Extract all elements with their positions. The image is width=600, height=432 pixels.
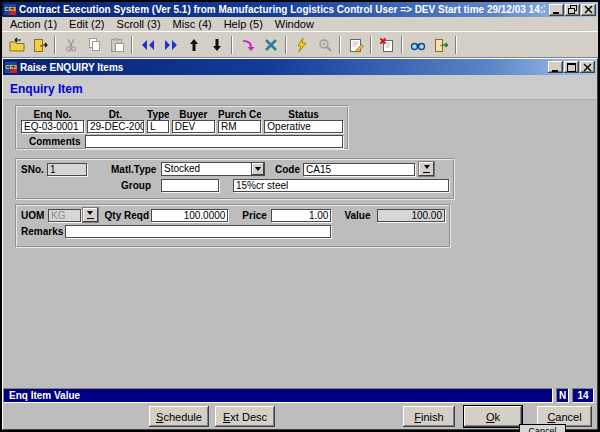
ok-button[interactable]: Ok <box>464 406 522 427</box>
finish-button[interactable]: Finish <box>403 406 455 427</box>
value-label: Value <box>344 210 377 221</box>
toolbar-button-zoom[interactable] <box>313 34 336 56</box>
next-icon <box>163 37 179 53</box>
price-field[interactable]: 1.00 <box>271 209 331 222</box>
child-maximize-button[interactable] <box>564 61 579 73</box>
close-icon <box>583 63 592 72</box>
menu-item-misc[interactable]: Misc (4) <box>169 18 220 30</box>
toolbar-separator <box>131 36 133 54</box>
mdi-client-area: CE3 Raise ENQUIRY Items Enquiry Item <box>2 58 598 430</box>
close-icon <box>584 5 593 14</box>
previous-icon <box>140 37 156 53</box>
chevron-down-icon <box>87 211 93 218</box>
finish-button-label: Finish <box>414 411 443 423</box>
toolbar-separator <box>370 36 372 54</box>
schedule-button-label: Schedule <box>156 411 202 423</box>
child-minimize-button[interactable] <box>548 61 563 73</box>
matl-type-value[interactable]: Stocked <box>161 162 251 176</box>
form-area: Enquiry Item Enq No. Dt. Type Buyer Purc… <box>3 75 597 429</box>
menu-item-scroll[interactable]: Scroll (3) <box>113 18 169 30</box>
toolbar-button-execute[interactable] <box>290 34 313 56</box>
menu-item-window[interactable]: Window <box>271 18 322 30</box>
value-field[interactable]: 100.00 <box>377 209 445 222</box>
code-field[interactable]: CA15 <box>303 163 415 176</box>
purch-cell-label: Purch Cell <box>218 109 261 120</box>
enq-no-field[interactable]: EQ-03-0001 <box>21 120 84 133</box>
toolbar-separator <box>455 36 457 54</box>
toolbar-button-edit-note[interactable] <box>344 34 367 56</box>
maximize-icon <box>567 63 576 72</box>
child-title-bar[interactable]: CE3 Raise ENQUIRY Items <box>3 59 597 75</box>
button-row: Schedule Ext Desc Finish Ok Cancel <box>3 403 597 429</box>
toolbar-button-view[interactable] <box>406 34 429 56</box>
toolbar-button-next[interactable] <box>159 34 182 56</box>
code-label: Code <box>275 164 303 175</box>
header-fields: EQ-03-0001 29-DEC-2003 L DEV RM Operativ… <box>21 120 343 133</box>
title-bar[interactable]: CE3 Contract Execution System (Ver 5.1) … <box>2 2 598 17</box>
toolbar-button-exit-door[interactable] <box>28 34 51 56</box>
minimize-button[interactable] <box>549 4 564 16</box>
ok-button-label: Ok <box>486 411 500 423</box>
menu-item-help[interactable]: Help (5) <box>220 18 271 30</box>
sno-field[interactable]: 1 <box>47 163 87 176</box>
schedule-button[interactable]: Schedule <box>149 406 209 427</box>
toolbar-button-up[interactable] <box>182 34 205 56</box>
comments-field[interactable] <box>85 135 343 148</box>
matl-type-label: Matl.Type <box>111 164 161 175</box>
status-message: Enq Item Value <box>3 388 553 403</box>
menu-item-action[interactable]: Action (1) <box>6 18 65 30</box>
toolbar-button-paste[interactable] <box>105 34 128 56</box>
down-arrow-icon <box>209 37 225 53</box>
status-field[interactable]: Operative <box>264 120 343 133</box>
toolbar-button-clear[interactable] <box>259 34 282 56</box>
toolbar-button-cut[interactable] <box>59 34 82 56</box>
section-strip: Enquiry Item <box>3 75 597 100</box>
sno-label: SNo. <box>21 164 47 175</box>
menu-item-edit[interactable]: Edit (2) <box>65 18 112 30</box>
price-label: Price <box>242 210 271 221</box>
comments-label: Comments <box>29 136 81 147</box>
toolbar-separator <box>339 36 341 54</box>
toolbar-button-delete-doc[interactable] <box>375 34 398 56</box>
restore-button[interactable] <box>565 4 580 16</box>
paste-icon <box>109 37 125 53</box>
matl-type-drop-button[interactable] <box>251 162 265 176</box>
clear-x-icon <box>263 37 279 53</box>
matl-type-combobox[interactable]: Stocked <box>161 162 265 176</box>
uom-field[interactable]: KG <box>48 209 81 222</box>
buyer-field[interactable]: DEV <box>172 120 215 133</box>
code-lookup-button[interactable] <box>419 162 434 176</box>
ext-desc-button[interactable]: Ext Desc <box>215 406 275 427</box>
minimize-icon <box>551 63 560 72</box>
qty-reqd-field[interactable]: 100.0000 <box>151 209 228 222</box>
page-title: Enquiry Item <box>10 82 83 96</box>
drop-bar <box>423 172 430 173</box>
chevron-down-icon <box>424 165 430 172</box>
remarks-field[interactable] <box>65 225 331 238</box>
toolbar-button-copy[interactable] <box>82 34 105 56</box>
toolbar-separator <box>54 36 56 54</box>
purch-cell-field[interactable]: RM <box>218 120 261 133</box>
toolbar-button-previous[interactable] <box>136 34 159 56</box>
toolbar-button-logout[interactable] <box>429 34 452 56</box>
minimize-icon <box>552 5 561 14</box>
item-group: SNo. 1 Matl.Type Stocked Code CA15 <box>15 158 455 200</box>
uom-lookup-button[interactable] <box>83 208 97 222</box>
type-field[interactable]: L <box>147 120 169 133</box>
edit-note-icon <box>348 37 364 53</box>
toolbar-button-exit-folder[interactable] <box>5 34 28 56</box>
toolbar-button-down[interactable] <box>205 34 228 56</box>
date-label: Dt. <box>87 109 144 120</box>
restore-icon <box>568 5 577 14</box>
description-field[interactable]: 15%cr steel <box>233 179 449 192</box>
toolbar-button-fetch[interactable] <box>236 34 259 56</box>
close-button[interactable] <box>581 4 596 16</box>
exit-folder-icon <box>9 37 25 53</box>
window-controls <box>549 4 596 16</box>
date-field[interactable]: 29-DEC-2003 <box>87 120 144 133</box>
fetch-arrow-icon <box>240 37 256 53</box>
group-label: Group <box>121 180 157 191</box>
toolbar-separator <box>401 36 403 54</box>
child-close-button[interactable] <box>580 61 595 73</box>
group-field[interactable] <box>161 179 219 192</box>
